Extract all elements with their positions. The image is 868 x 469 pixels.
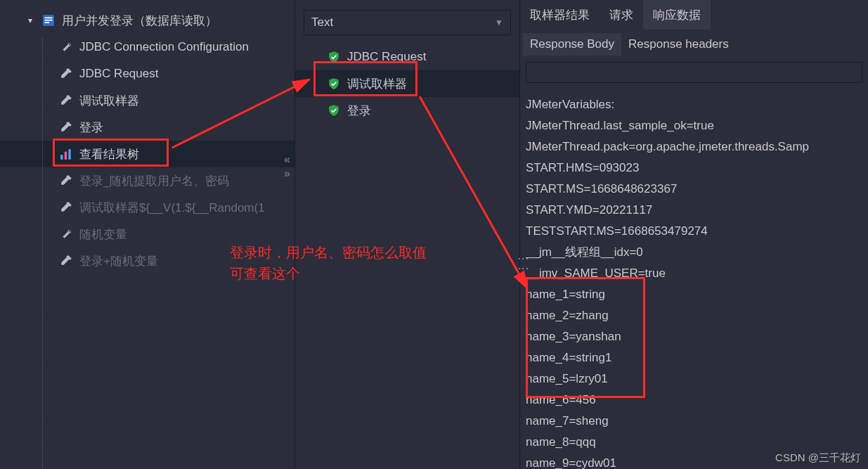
tree-item-label: JDBC Request bbox=[79, 67, 158, 81]
tree-item[interactable]: JDBC Connection Configuration bbox=[0, 34, 294, 60]
shield-check-icon bbox=[328, 51, 340, 63]
tab[interactable]: 请求 bbox=[600, 0, 643, 30]
wrench-icon bbox=[60, 41, 72, 53]
result-item[interactable]: JDBC Request bbox=[295, 44, 519, 70]
tab[interactable]: 取样器结果 bbox=[520, 0, 600, 30]
dropper-icon bbox=[60, 94, 72, 107]
tree-root-label: 用户并发登录（数据库读取） bbox=[62, 13, 217, 29]
chevron-down-icon: ▼ bbox=[495, 18, 503, 27]
watermark: CSDN @三千花灯 bbox=[775, 451, 861, 465]
dropper-icon bbox=[60, 121, 72, 134]
dropper-icon bbox=[60, 68, 72, 80]
svg-rect-4 bbox=[60, 155, 63, 160]
subtab[interactable]: Response headers bbox=[621, 33, 736, 56]
tab[interactable]: 响应数据 bbox=[643, 0, 711, 30]
svg-rect-2 bbox=[44, 20, 52, 21]
tree-item[interactable]: 调试取样器 bbox=[0, 87, 294, 114]
response-panel: 取样器结果请求响应数据 Response BodyResponse header… bbox=[520, 0, 868, 469]
svg-rect-6 bbox=[68, 149, 70, 160]
dropdown-value: Text bbox=[311, 15, 333, 30]
tree-root[interactable]: ▾ 用户并发登录（数据库读取） bbox=[0, 7, 294, 34]
renderer-dropdown[interactable]: Text ▼ bbox=[304, 10, 511, 35]
doc-icon bbox=[42, 14, 55, 27]
dropper-icon bbox=[60, 255, 72, 267]
response-body-text[interactable]: JMeterVariables: JMeterThread.last_sampl… bbox=[520, 86, 868, 469]
drag-handle-icon[interactable]: ⋮⋮ bbox=[517, 253, 530, 273]
results-tree-panel: Text ▼ JDBC Request调试取样器登录 bbox=[295, 0, 520, 469]
chart-icon bbox=[60, 148, 72, 160]
tree-item-label: 查看结果树 bbox=[79, 146, 139, 162]
tree-item-label: 随机变量 bbox=[79, 226, 127, 243]
dropper-icon bbox=[60, 174, 72, 187]
response-subtabs: Response BodyResponse headers bbox=[520, 30, 868, 59]
svg-rect-5 bbox=[65, 152, 67, 160]
search-input[interactable] bbox=[526, 62, 862, 83]
result-item[interactable]: 登录 bbox=[295, 97, 519, 124]
tree-item[interactable]: 登录+随机变量 bbox=[0, 248, 294, 274]
tree-item-label: 调试取样器${__V(1.${__Random(1 bbox=[79, 200, 265, 216]
panel-nav-arrows[interactable]: «» bbox=[284, 153, 290, 180]
tree-item-label: JDBC Connection Configuration bbox=[79, 40, 249, 54]
tree-item[interactable]: 随机变量 bbox=[0, 221, 294, 248]
tree-item-label: 调试取样器 bbox=[79, 93, 139, 109]
tree-item-label: 登录 bbox=[79, 120, 103, 136]
expand-arrow-icon[interactable]: ▾ bbox=[28, 15, 38, 25]
tree-item[interactable]: JDBC Request bbox=[0, 60, 294, 87]
result-item-label: JDBC Request bbox=[347, 50, 426, 64]
response-tabs: 取样器结果请求响应数据 bbox=[520, 0, 868, 30]
result-item-label: 登录 bbox=[347, 103, 371, 119]
sample-result-list: JDBC Request调试取样器登录 bbox=[295, 41, 519, 469]
svg-rect-1 bbox=[44, 18, 52, 19]
dropper-icon bbox=[60, 201, 72, 214]
tree-item-label: 登录_随机提取用户名、密码 bbox=[79, 173, 229, 189]
result-item-label: 调试取样器 bbox=[347, 76, 407, 92]
svg-rect-3 bbox=[44, 22, 49, 23]
subtab[interactable]: Response Body bbox=[523, 33, 621, 56]
result-item[interactable]: 调试取样器 bbox=[295, 70, 519, 97]
tree-item[interactable]: 调试取样器${__V(1.${__Random(1 bbox=[0, 194, 294, 221]
tree-item[interactable]: 登录 bbox=[0, 114, 294, 141]
test-plan-tree: ▾ 用户并发登录（数据库读取） JDBC Connection Configur… bbox=[0, 0, 295, 469]
tree-item-label: 登录+随机变量 bbox=[79, 253, 158, 269]
shield-check-icon bbox=[328, 77, 340, 90]
wrench-icon bbox=[60, 228, 72, 240]
shield-check-icon bbox=[328, 104, 340, 117]
tree-item[interactable]: 登录_随机提取用户名、密码 bbox=[0, 167, 294, 194]
tree-item[interactable]: 查看结果树 bbox=[0, 141, 294, 167]
